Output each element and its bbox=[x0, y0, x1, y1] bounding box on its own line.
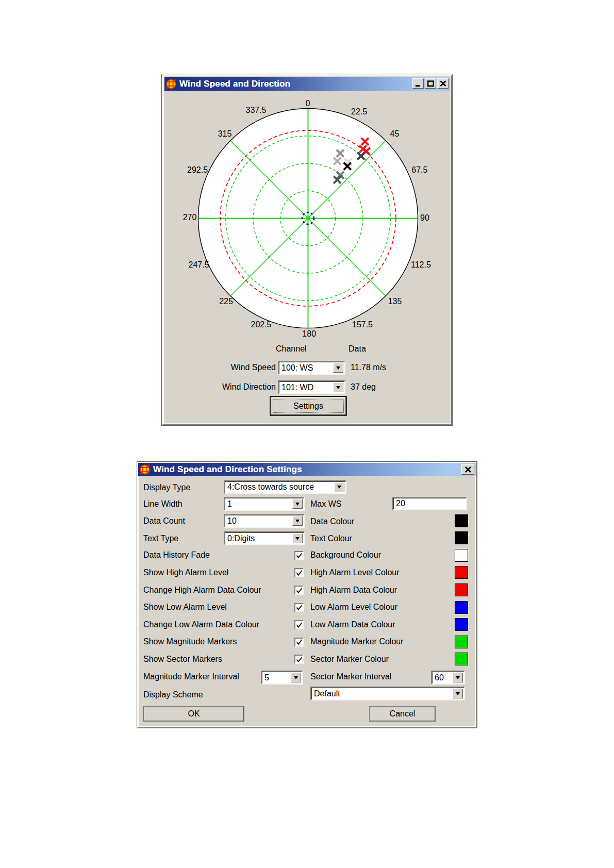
select-display-type[interactable]: 4:Cross towards source bbox=[224, 480, 346, 494]
chevron-down-icon bbox=[337, 486, 341, 489]
swatch-low-alarm-data-colour[interactable] bbox=[455, 618, 468, 631]
data-value: 11.78 m/s bbox=[351, 363, 386, 372]
select-display-scheme[interactable]: Default bbox=[310, 687, 465, 700]
channel-select-value: 100: WS bbox=[281, 363, 313, 373]
swatch-low-alarm-level-colour[interactable] bbox=[455, 601, 468, 614]
window-frame: Wind Speed and Direction 022.54567.59011… bbox=[162, 74, 453, 425]
label-text-colour: Text Colour bbox=[310, 534, 352, 543]
checkbox-show-sector-markers[interactable] bbox=[294, 655, 304, 664]
label-show-magnitude-markers: Show Magnitude Markers bbox=[143, 637, 237, 646]
ok-button[interactable]: OK bbox=[144, 707, 244, 721]
checkmark-icon bbox=[296, 588, 302, 593]
dropdown-arrow-button[interactable] bbox=[453, 689, 463, 698]
checkbox-change-low-alarm-data-colour[interactable] bbox=[294, 620, 304, 629]
select-line-width-value: 1 bbox=[227, 499, 232, 509]
label-max-ws: Max WS bbox=[310, 499, 341, 509]
label-show-low-alarm-level: Show Low Alarm Level bbox=[143, 603, 227, 612]
chevron-down-icon bbox=[456, 676, 460, 679]
label-data-history-fade: Data History Fade bbox=[143, 550, 210, 560]
swatch-high-alarm-level-colour[interactable] bbox=[455, 566, 468, 579]
label-magnitude-marker-colour: Magnitude Marker Colour bbox=[310, 637, 404, 646]
select-data-count[interactable]: 10 bbox=[224, 514, 305, 528]
channel-select-speed[interactable]: 100: WS bbox=[278, 361, 345, 375]
label-change-low-alarm-data-colour: Change Low Alarm Data Colour bbox=[143, 620, 259, 629]
dropdown-arrow-button[interactable] bbox=[333, 382, 343, 392]
channel-row-label: Wind Direction bbox=[163, 382, 276, 392]
label-data-colour: Data Colour bbox=[310, 517, 354, 526]
label-low-alarm-data-colour: Low Alarm Data Colour bbox=[310, 620, 395, 629]
checkbox-data-history-fade[interactable] bbox=[294, 551, 304, 560]
label-background-colour: Background Colour bbox=[310, 550, 381, 560]
label-change-high-alarm-data-colour: Change High Alarm Data Colour bbox=[143, 586, 261, 595]
label-high-alarm-data-colour: High Alarm Data Colour bbox=[310, 586, 397, 595]
label-show-sector-markers: Show Sector Markers bbox=[143, 655, 222, 664]
chevron-down-icon bbox=[336, 366, 340, 370]
select-line-width[interactable]: 1 bbox=[224, 497, 305, 511]
checkmark-icon bbox=[296, 622, 302, 628]
dropdown-arrow-button[interactable] bbox=[291, 673, 301, 682]
channel-select-direction[interactable]: 101: WD bbox=[278, 380, 345, 394]
chevron-down-icon bbox=[294, 676, 298, 679]
settings-button[interactable]: Settings bbox=[271, 397, 346, 415]
checkbox-show-low-alarm-level[interactable] bbox=[294, 603, 304, 612]
swatch-data-colour[interactable] bbox=[455, 514, 468, 527]
swatch-text-colour[interactable] bbox=[455, 531, 468, 544]
dropdown-arrow-button[interactable] bbox=[292, 499, 303, 509]
data-column-header: Data bbox=[349, 344, 366, 354]
data-value: 37 deg bbox=[351, 382, 376, 392]
channel-row-label: Wind Speed bbox=[163, 363, 276, 372]
swatch-high-alarm-data-colour[interactable] bbox=[455, 583, 468, 596]
checkbox-show-high-alarm-level[interactable] bbox=[294, 568, 304, 577]
label-high-alarm-level-colour: High Alarm Level Colour bbox=[310, 568, 400, 577]
checkmark-icon bbox=[296, 570, 302, 576]
select-magnitude-marker-interval-value: 5 bbox=[264, 673, 269, 682]
checkmark-icon bbox=[296, 639, 302, 645]
swatch-sector-marker-colour[interactable] bbox=[455, 653, 468, 665]
dropdown-arrow-button[interactable] bbox=[333, 363, 343, 373]
checkmark-icon bbox=[296, 553, 302, 558]
settings-form: Display Type4:Cross towards sourceLine W… bbox=[138, 463, 476, 727]
checkbox-show-magnitude-markers[interactable] bbox=[294, 638, 304, 647]
select-display-scheme-value: Default bbox=[314, 689, 340, 698]
select-display-type-value: 4:Cross towards source bbox=[227, 482, 314, 492]
window-frame: Wind Speed and Direction Settings Displa… bbox=[137, 462, 477, 728]
channel-select-value: 101: WD bbox=[281, 383, 313, 392]
max-ws-input[interactable]: 20 bbox=[392, 497, 467, 510]
checkmark-icon bbox=[296, 605, 302, 610]
dropdown-arrow-button[interactable] bbox=[292, 516, 303, 526]
label-sector-marker-interval: Sector Marker Interval bbox=[310, 672, 391, 681]
label-magnitude-marker-interval: Magnitude Marker Interval bbox=[143, 672, 239, 681]
select-text-type[interactable]: 0:Digits bbox=[224, 531, 305, 545]
label-sector-marker-colour: Sector Marker Colour bbox=[310, 655, 389, 664]
cancel-button[interactable]: Cancel bbox=[370, 707, 435, 721]
label-display-scheme: Display Scheme bbox=[143, 690, 203, 699]
settings-window: Wind Speed and Direction Settings Displa… bbox=[137, 461, 477, 728]
select-sector-marker-interval-value: 60 bbox=[435, 673, 444, 682]
select-magnitude-marker-interval[interactable]: 5 bbox=[261, 671, 303, 685]
swatch-magnitude-marker-colour[interactable] bbox=[455, 636, 468, 648]
label-line-width: Line Width bbox=[143, 499, 182, 509]
label-show-high-alarm-level: Show High Alarm Level bbox=[143, 568, 228, 577]
main-window: Wind Speed and Direction 022.54567.59011… bbox=[161, 74, 453, 426]
select-data-count-value: 10 bbox=[227, 516, 237, 526]
label-low-alarm-level-colour: Low Alarm Level Colour bbox=[310, 603, 397, 612]
dropdown-arrow-button[interactable] bbox=[453, 673, 463, 682]
channel-column-header: Channel bbox=[276, 344, 307, 354]
swatch-background-colour[interactable] bbox=[455, 549, 468, 562]
select-text-type-value: 0:Digits bbox=[227, 534, 255, 543]
chevron-down-icon bbox=[336, 386, 340, 389]
select-sector-marker-interval[interactable]: 60 bbox=[431, 671, 465, 685]
dropdown-arrow-button[interactable] bbox=[292, 533, 303, 543]
chevron-down-icon bbox=[295, 520, 300, 523]
label-display-type: Display Type bbox=[143, 483, 190, 492]
checkmark-icon bbox=[296, 657, 302, 662]
dropdown-arrow-button[interactable] bbox=[334, 482, 344, 492]
text-caret bbox=[406, 499, 407, 508]
checkbox-change-high-alarm-data-colour[interactable] bbox=[294, 586, 304, 595]
main-window-controls: ChannelDataWind Speed100: WS11.78 m/sWin… bbox=[163, 76, 451, 424]
label-data-count: Data Count bbox=[143, 516, 185, 526]
max-ws-value: 20 bbox=[396, 499, 405, 508]
chevron-down-icon bbox=[456, 692, 460, 695]
label-text-type: Text Type bbox=[143, 534, 178, 543]
chevron-down-icon bbox=[295, 537, 300, 540]
